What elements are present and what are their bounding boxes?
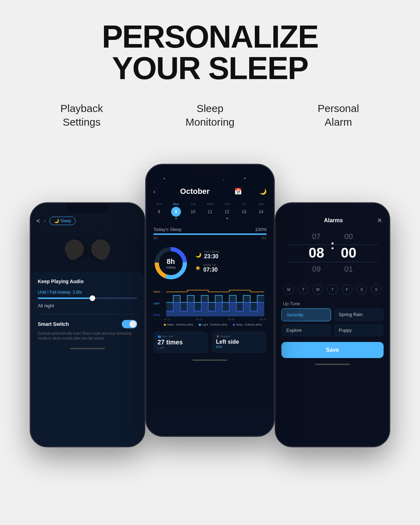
calendar-icon[interactable]: 📅 <box>234 188 242 195</box>
sleep-timer-slider[interactable] <box>38 298 137 299</box>
todays-sleep-label: Today's Sleep <box>153 227 182 232</box>
sleep-tab[interactable]: 🌙 Sleep <box>49 217 76 225</box>
section-label-center: Sleep Monitoring <box>146 102 274 129</box>
position-card: 🧍 Position Left side 53% <box>212 331 267 353</box>
smart-switch-desc: Earbuds automatically enter Sleep mode a… <box>38 331 137 341</box>
section-label-left: Playback Settings <box>18 102 146 129</box>
keep-playing-label: Keep Playing Audio <box>38 279 137 284</box>
time-picker[interactable]: 07 08 09 : 00 00 01 <box>276 227 389 280</box>
back-button[interactable]: < <box>36 217 40 225</box>
sleep-percent: 100% <box>255 227 267 232</box>
alarm-close-button[interactable]: ✕ <box>377 217 382 224</box>
days-row: M T W T F S S <box>276 281 389 298</box>
section-label-right: Personal Alarm <box>274 102 402 129</box>
tune-serenity[interactable]: Serenity <box>281 308 331 321</box>
wake-tune-label: Up Tune <box>276 298 389 308</box>
day-T2[interactable]: T <box>327 284 338 295</box>
alarm-title: Alarms <box>324 217 343 224</box>
phone-center: ‹ October 📅 🌙 Sun 8 Mon 9 Tue <box>145 164 275 437</box>
sleep-chart: Wake Light Deep <box>146 285 274 326</box>
home-indicator <box>70 348 105 349</box>
night-mode-icon[interactable]: 🌙 <box>260 188 267 195</box>
music-tab-icon[interactable]: ♪ <box>44 218 46 223</box>
month-back-icon[interactable]: ‹ <box>153 188 155 195</box>
day-W[interactable]: W <box>313 284 323 295</box>
day-F[interactable]: F <box>342 284 352 295</box>
roll-over-card: 👥 Roll Over 27 times 1.6/h <box>153 331 208 353</box>
phone-right: Alarms ✕ 07 08 09 : 00 00 01 <box>275 202 390 447</box>
svg-marker-5 <box>166 295 264 316</box>
day-S1[interactable]: S <box>356 284 367 295</box>
week-strip: Sun 8 Mon 9 Tue 10 Wed 11 <box>146 199 274 223</box>
save-button[interactable]: Save <box>281 342 384 358</box>
phone-left: < ♪ 🌙 Sleep Keep Playing Audio Until I F… <box>30 202 145 447</box>
earbuds-image <box>31 231 144 266</box>
day-S2[interactable]: S <box>371 284 382 295</box>
day-T1[interactable]: T <box>298 284 309 295</box>
month-label: October <box>180 187 210 196</box>
sleep-donut: 8h Asleep <box>153 246 188 281</box>
until-label: Until I Fall Asleep: 3.0hr <box>38 290 137 295</box>
tune-explore[interactable]: Explore <box>281 324 331 336</box>
tune-grid: Serenity Spring Rain Explore Puppy <box>276 308 389 336</box>
tune-puppy[interactable]: Puppy <box>334 324 384 336</box>
smart-switch-label: Smart Switch <box>38 321 69 327</box>
hero-title: PERSONALIZE YOUR SLEEP <box>102 21 318 84</box>
smart-switch-toggle[interactable] <box>122 320 137 328</box>
all-night-label: All night <box>38 303 137 308</box>
day-M[interactable]: M <box>284 284 294 295</box>
tune-spring-rain[interactable]: Spring Rain <box>334 308 384 321</box>
